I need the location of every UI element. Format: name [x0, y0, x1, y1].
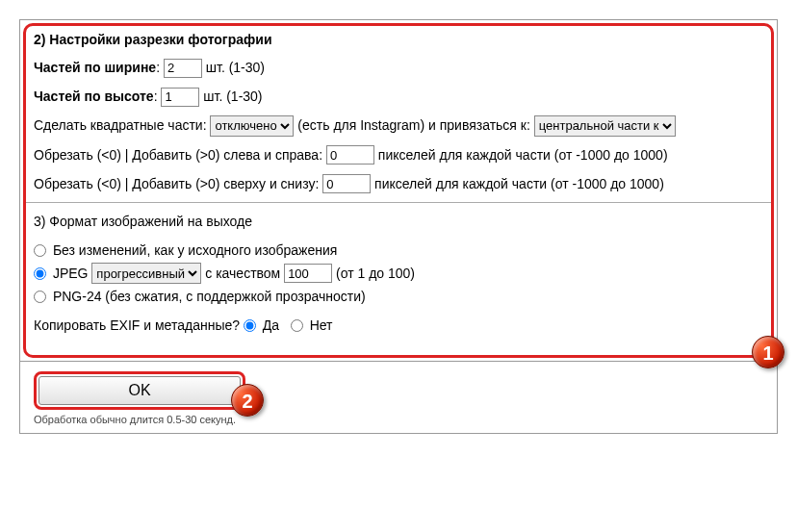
exif-yes-label[interactable]: Да: [244, 317, 283, 333]
highlighted-panel-1: 2) Настройки разрезки фотографии Частей …: [23, 23, 774, 358]
crop-lr-input[interactable]: [326, 145, 374, 165]
parts-height-label: Частей по высоте: [34, 89, 154, 104]
format-png-row: PNG-24 (без сжатия, с поддержкой прозрач…: [34, 286, 763, 307]
jpeg-quality-input[interactable]: [284, 264, 332, 283]
anchor-select[interactable]: центральной части к: [534, 115, 676, 137]
format-png-radio[interactable]: [34, 291, 46, 303]
square-parts-label: Сделать квадратные части:: [34, 117, 207, 133]
submit-area: OK 2 Обработка обычно длится 0.5-30 секу…: [20, 362, 777, 433]
section-divider: [26, 202, 771, 203]
parts-width-input[interactable]: [164, 59, 202, 78]
square-parts-select[interactable]: отключено: [210, 115, 294, 137]
section-3-title: 3) Формат изображений на выходе: [34, 211, 763, 232]
crop-tb-row: Обрезать (<0) | Добавить (>0) сверху и с…: [34, 173, 763, 194]
exif-no-label[interactable]: Нет: [291, 317, 333, 333]
format-jpeg-row: JPEG прогрессивный с качеством (от 1 до …: [34, 263, 763, 285]
exif-label: Копировать EXIF и метаданные?: [34, 317, 240, 333]
exif-no-radio[interactable]: [291, 319, 303, 332]
parts-width-label: Частей по ширине: [34, 60, 156, 75]
highlighted-panel-2: OK 2: [34, 371, 245, 410]
jpeg-quality-label: с качеством: [205, 266, 280, 281]
crop-tb-label: Обрезать (<0) | Добавить (>0) сверху и с…: [34, 176, 319, 191]
crop-lr-suffix: пикселей для каждой части (от -1000 до 1…: [378, 147, 668, 163]
exif-row: Копировать EXIF и метаданные? Да Нет: [34, 315, 763, 336]
crop-tb-suffix: пикселей для каждой части (от -1000 до 1…: [374, 176, 664, 191]
format-same-label[interactable]: Без изменений, как у исходного изображен…: [34, 242, 337, 258]
square-parts-suffix: (есть для Instagram) и привязаться к:: [297, 117, 530, 133]
crop-tb-input[interactable]: [322, 174, 371, 193]
format-same-row: Без изменений, как у исходного изображен…: [34, 240, 763, 261]
jpeg-type-select[interactable]: прогрессивный: [91, 263, 201, 284]
processing-note: Обработка обычно длится 0.5-30 секунд.: [34, 414, 763, 425]
crop-lr-label: Обрезать (<0) | Добавить (>0) слева и сп…: [34, 147, 322, 163]
annotation-badge-2: 2: [231, 384, 264, 417]
ok-button[interactable]: OK: [39, 376, 241, 405]
settings-container: 2) Настройки разрезки фотографии Частей …: [19, 19, 778, 434]
parts-height-unit: шт. (1-30): [203, 89, 262, 104]
format-png-label[interactable]: PNG-24 (без сжатия, с поддержкой прозрач…: [34, 289, 366, 304]
format-same-radio[interactable]: [34, 244, 46, 257]
parts-width-unit: шт. (1-30): [206, 60, 265, 75]
section-2-title: 2) Настройки разрезки фотографии: [34, 32, 763, 47]
parts-height-input[interactable]: [161, 88, 199, 107]
square-parts-row: Сделать квадратные части: отключено (ест…: [34, 114, 763, 137]
format-jpeg-radio[interactable]: [34, 267, 46, 280]
parts-width-row: Частей по ширине: шт. (1-30): [34, 57, 763, 78]
parts-height-row: Частей по высоте: шт. (1-30): [34, 86, 763, 107]
jpeg-quality-range: (от 1 до 100): [336, 266, 415, 281]
format-jpeg-label[interactable]: JPEG: [34, 266, 91, 281]
crop-lr-row: Обрезать (<0) | Добавить (>0) слева и сп…: [34, 144, 763, 165]
exif-yes-radio[interactable]: [244, 319, 256, 332]
